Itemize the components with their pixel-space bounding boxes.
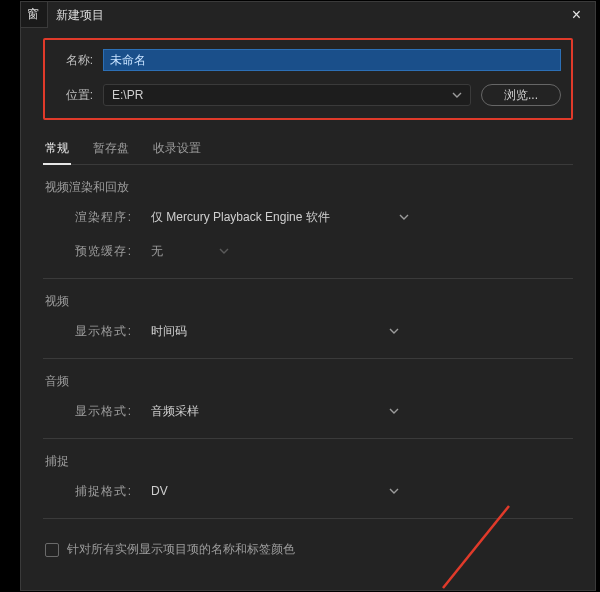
renderer-value: 仅 Mercury Playback Engine 软件 [151,209,330,226]
dialog-content: 名称: 位置: E:\PR 浏览... 常规 暂存盘 收 [21,28,595,590]
section-audio: 音频 显示格式: 音频采样 [43,373,573,422]
capture-format-label: 捕捉格式: [75,483,131,500]
section-render-title: 视频渲染和回放 [43,179,573,196]
divider [43,358,573,359]
tab-scratch-disks[interactable]: 暂存盘 [91,134,131,164]
name-input[interactable] [103,49,561,71]
tab-ingest-settings[interactable]: 收录设置 [151,134,203,164]
new-project-dialog: 窗 新建项目 × 名称: 位置: E:\PR [20,1,596,591]
show-names-colors-checkbox-row[interactable]: 针对所有实例显示项目项的名称和标签颜色 [43,541,573,558]
tab-general[interactable]: 常规 [43,134,71,164]
capture-format-select[interactable]: DV [145,480,407,502]
window-title: 新建项目 [48,7,104,24]
video-format-value: 时间码 [151,323,187,340]
preview-cache-select: 无 [145,240,237,262]
browse-button[interactable]: 浏览... [481,84,561,106]
preview-cache-label: 预览缓存: [75,243,131,260]
section-capture: 捕捉 捕捉格式: DV [43,453,573,502]
section-video: 视频 显示格式: 时间码 [43,293,573,342]
location-label: 位置: [55,87,93,104]
chevron-down-icon [389,486,399,496]
renderer-select[interactable]: 仅 Mercury Playback Engine 软件 [145,206,417,228]
audio-format-value: 音频采样 [151,403,199,420]
titlebar-hint: 窗 [21,2,48,28]
section-render: 视频渲染和回放 渲染程序: 仅 Mercury Playback Engine … [43,179,573,262]
location-select[interactable]: E:\PR [103,84,471,106]
chevron-down-icon [452,90,462,100]
preview-cache-value: 无 [151,243,163,260]
section-video-title: 视频 [43,293,573,310]
divider [43,438,573,439]
chevron-down-icon [399,212,409,222]
video-format-label: 显示格式: [75,323,131,340]
close-icon[interactable]: × [566,6,587,24]
chevron-down-icon [389,406,399,416]
divider [43,278,573,279]
audio-format-label: 显示格式: [75,403,131,420]
chevron-down-icon [389,326,399,336]
capture-format-value: DV [151,484,168,498]
renderer-label: 渲染程序: [75,209,131,226]
audio-format-select[interactable]: 音频采样 [145,400,407,422]
chevron-down-icon [219,246,229,256]
checkbox-icon[interactable] [45,543,59,557]
titlebar: 窗 新建项目 × [21,2,595,28]
tabs: 常规 暂存盘 收录设置 [43,134,573,165]
video-format-select[interactable]: 时间码 [145,320,407,342]
divider [43,518,573,519]
name-location-group: 名称: 位置: E:\PR 浏览... [43,38,573,120]
name-label: 名称: [55,52,93,69]
section-audio-title: 音频 [43,373,573,390]
section-capture-title: 捕捉 [43,453,573,470]
checkbox-label: 针对所有实例显示项目项的名称和标签颜色 [67,541,295,558]
location-value: E:\PR [112,88,143,102]
